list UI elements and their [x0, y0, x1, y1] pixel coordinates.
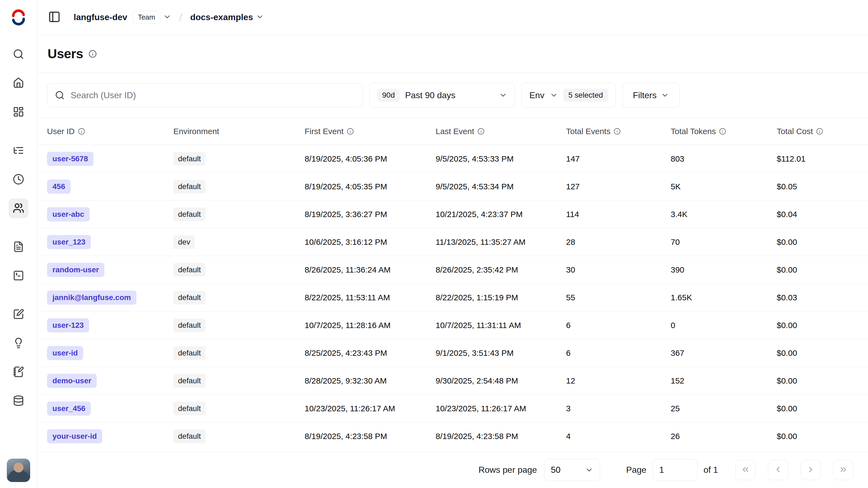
user-id-badge[interactable]: demo-user: [47, 374, 97, 388]
org-type-badge: Team: [133, 11, 160, 24]
dashboard-grid-icon: [13, 106, 24, 118]
environment-badge: default: [174, 152, 206, 166]
table-header-row: User ID Environment First Event Last Eve…: [37, 117, 868, 145]
first-event-cell: 8/25/2025, 4:23:43 PM: [305, 348, 436, 358]
user-id-badge[interactable]: user-id: [47, 346, 83, 360]
sidebar-item-playground[interactable]: [9, 266, 28, 286]
square-pen-icon: [13, 309, 24, 321]
last-event-cell: 9/30/2025, 2:54:48 PM: [436, 376, 566, 385]
info-icon[interactable]: [347, 128, 354, 135]
chevrons-right-icon: [839, 465, 848, 475]
user-id-badge[interactable]: jannik@langfuse.com: [47, 290, 136, 305]
sidebar-item-evaluation[interactable]: [9, 305, 28, 324]
sidebar-item-dashboards[interactable]: [9, 102, 28, 122]
total-events-cell: 4: [566, 432, 671, 441]
org-switcher-button[interactable]: [163, 13, 171, 22]
file-text-icon: [13, 241, 24, 253]
search-input[interactable]: [71, 90, 355, 101]
table-row[interactable]: user-123 default 10/7/2025, 11:28:16 AM …: [37, 312, 868, 339]
toolbar: 90d Past 90 days Env 5 selected Filters: [37, 73, 868, 117]
sidebar-item-tracing[interactable]: [9, 141, 28, 161]
environment-badge: default: [174, 430, 206, 443]
date-range-label: Past 90 days: [405, 90, 456, 101]
sidebar-item-insights[interactable]: [9, 334, 28, 353]
total-cost-cell: $0.03: [777, 293, 858, 302]
date-range-picker[interactable]: 90d Past 90 days: [369, 83, 515, 108]
sidebar-toggle-button[interactable]: [48, 10, 61, 24]
sidebar-item-datasets[interactable]: [9, 391, 28, 411]
sidebar-item-prompts[interactable]: [9, 237, 28, 257]
environment-badge: default: [174, 207, 206, 221]
last-event-cell: 9/5/2025, 4:53:34 PM: [436, 182, 566, 191]
notebook-pen-icon: [13, 366, 24, 378]
user-id-badge[interactable]: your-user-id: [47, 429, 102, 443]
table-column-header: Environment: [174, 127, 305, 136]
last-event-cell: 9/1/2025, 3:51:43 PM: [436, 348, 566, 358]
project-name[interactable]: docs-examples: [190, 12, 253, 22]
environment-badge: default: [174, 180, 206, 193]
table-row[interactable]: your-user-id default 8/19/2025, 4:23:58 …: [37, 423, 868, 450]
table-column-header: Total Tokens: [671, 127, 777, 136]
first-event-cell: 10/7/2025, 11:28:16 AM: [305, 321, 436, 330]
sidebar-item-users[interactable]: [9, 199, 28, 218]
search-box: [47, 83, 363, 107]
sidebar: [0, 0, 37, 488]
last-event-cell: 8/19/2025, 4:23:58 PM: [436, 432, 566, 441]
rows-per-page-select[interactable]: 50: [544, 459, 600, 481]
user-avatar[interactable]: [7, 459, 30, 482]
user-id-badge[interactable]: user-abc: [47, 207, 90, 222]
langfuse-logo[interactable]: [0, 0, 37, 35]
total-tokens-cell: 70: [671, 237, 777, 247]
table-row[interactable]: random-user default 8/26/2025, 11:36:24 …: [37, 256, 868, 284]
table-row[interactable]: user-id default 8/25/2025, 4:23:43 PM 9/…: [37, 339, 868, 367]
user-id-badge[interactable]: user_123: [47, 235, 91, 249]
info-icon[interactable]: [78, 128, 85, 135]
first-page-button[interactable]: [735, 460, 755, 480]
table-row[interactable]: jannik@langfuse.com default 8/22/2025, 1…: [37, 284, 868, 312]
page-number-input[interactable]: [652, 459, 698, 481]
info-icon[interactable]: [477, 128, 485, 135]
chevron-left-icon: [773, 465, 783, 475]
chevron-right-icon: [806, 465, 815, 475]
sidebar-item-home[interactable]: [9, 74, 28, 93]
chevron-down-icon: [499, 91, 507, 99]
page-title-info-icon[interactable]: [89, 50, 97, 58]
table-row[interactable]: user-5678 default 8/19/2025, 4:05:36 PM …: [37, 145, 868, 173]
user-id-badge[interactable]: user-5678: [47, 152, 93, 166]
last-page-button[interactable]: [833, 460, 853, 480]
first-event-cell: 8/22/2025, 11:53:11 AM: [305, 293, 436, 302]
user-id-badge[interactable]: user-123: [47, 318, 89, 333]
filters-button[interactable]: Filters: [622, 83, 680, 108]
env-filter[interactable]: Env 5 selected: [522, 83, 616, 108]
first-event-cell: 8/19/2025, 4:05:35 PM: [305, 182, 436, 191]
table-row[interactable]: user_123 dev 10/6/2025, 3:16:12 PM 11/13…: [37, 228, 868, 256]
info-icon[interactable]: [816, 128, 823, 135]
next-page-button[interactable]: [801, 460, 821, 480]
chevrons-left-icon: [741, 465, 750, 475]
total-tokens-cell: 367: [671, 348, 777, 358]
previous-page-button[interactable]: [768, 460, 788, 480]
sidebar-item-sessions[interactable]: [9, 170, 28, 189]
info-icon[interactable]: [614, 128, 621, 135]
users-icon: [13, 202, 24, 214]
user-id-badge[interactable]: user_456: [47, 402, 91, 415]
table-column-header: First Event: [305, 127, 436, 136]
column-label: User ID: [47, 127, 75, 136]
info-icon[interactable]: [719, 128, 726, 135]
table-row[interactable]: demo-user default 8/28/2025, 9:32:30 AM …: [37, 367, 868, 395]
chevron-down-icon: [585, 466, 593, 474]
total-events-cell: 55: [566, 293, 671, 302]
sidebar-item-search[interactable]: [9, 45, 28, 64]
column-label: Total Tokens: [671, 127, 716, 136]
user-id-badge[interactable]: 456: [47, 179, 71, 194]
user-id-badge[interactable]: random-user: [47, 263, 104, 277]
project-switcher-button[interactable]: [256, 13, 264, 22]
org-name[interactable]: langfuse-dev: [74, 12, 127, 22]
environment-badge: default: [174, 291, 206, 305]
sidebar-item-annotation[interactable]: [9, 362, 28, 382]
topbar: langfuse-dev Team / docs-examples: [37, 0, 868, 35]
table-row[interactable]: 456 default 8/19/2025, 4:05:35 PM 9/5/20…: [37, 173, 868, 200]
table-row[interactable]: user_456 default 10/23/2025, 11:26:17 AM…: [37, 395, 868, 423]
table-row[interactable]: user-abc default 8/19/2025, 3:36:27 PM 1…: [37, 200, 868, 228]
main: langfuse-dev Team / docs-examples Users: [37, 0, 868, 488]
